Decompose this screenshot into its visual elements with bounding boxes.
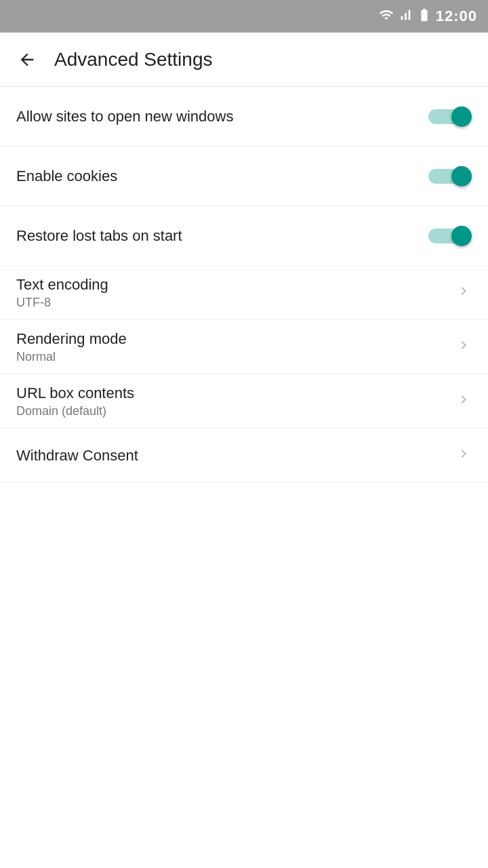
setting-label: Rendering mode Normal	[16, 330, 455, 364]
setting-subtitle: Normal	[16, 350, 455, 364]
setting-label: Restore lost tabs on start	[16, 227, 428, 245]
page-title: Advanced Settings	[54, 49, 213, 71]
toggle-thumb	[451, 226, 472, 246]
chevron-right-icon	[455, 337, 472, 357]
allow-new-windows-toggle[interactable]	[428, 105, 472, 128]
toggle-thumb	[451, 166, 472, 186]
setting-url-box-contents[interactable]: URL box contents Domain (default)	[0, 374, 488, 429]
battery-icon	[417, 7, 432, 26]
setting-subtitle: UTF-8	[16, 296, 455, 310]
setting-label: Withdraw Consent	[16, 447, 455, 465]
setting-rendering-mode[interactable]: Rendering mode Normal	[0, 320, 488, 374]
signal-icon	[398, 7, 413, 26]
toggle-wrapper	[428, 105, 472, 128]
setting-title: Restore lost tabs on start	[16, 227, 428, 245]
toggle-thumb	[451, 106, 472, 127]
toggle-wrapper	[428, 224, 472, 248]
restore-tabs-toggle[interactable]	[428, 224, 472, 248]
setting-label: Text encoding UTF-8	[16, 276, 455, 310]
setting-restore-tabs[interactable]: Restore lost tabs on start	[0, 206, 488, 266]
status-bar: 12:00	[0, 0, 488, 33]
setting-allow-new-windows[interactable]: Allow sites to open new windows	[0, 87, 488, 146]
app-bar: Advanced Settings	[0, 33, 488, 87]
enable-cookies-toggle[interactable]	[428, 165, 472, 188]
wifi-icon	[379, 7, 394, 26]
setting-text-encoding[interactable]: Text encoding UTF-8	[0, 266, 488, 320]
setting-enable-cookies[interactable]: Enable cookies	[0, 146, 488, 206]
chevron-right-icon	[455, 446, 472, 466]
toggle-wrapper	[428, 165, 472, 188]
setting-title: URL box contents	[16, 384, 455, 402]
setting-title: Rendering mode	[16, 330, 455, 348]
back-icon	[18, 50, 37, 69]
back-button[interactable]	[11, 43, 43, 76]
status-time: 12:00	[436, 7, 477, 25]
setting-withdraw-consent[interactable]: Withdraw Consent	[0, 429, 488, 483]
setting-subtitle: Domain (default)	[16, 404, 455, 418]
setting-label: Allow sites to open new windows	[16, 108, 428, 125]
settings-list: Allow sites to open new windows Enable c…	[0, 87, 488, 483]
setting-title: Allow sites to open new windows	[16, 108, 428, 125]
status-icons: 12:00	[379, 7, 477, 26]
setting-label: Enable cookies	[16, 167, 428, 185]
setting-label: URL box contents Domain (default)	[16, 384, 455, 418]
setting-title: Withdraw Consent	[16, 447, 455, 465]
setting-title: Text encoding	[16, 276, 455, 294]
chevron-right-icon	[455, 391, 472, 412]
setting-title: Enable cookies	[16, 167, 428, 185]
chevron-right-icon	[455, 283, 472, 303]
